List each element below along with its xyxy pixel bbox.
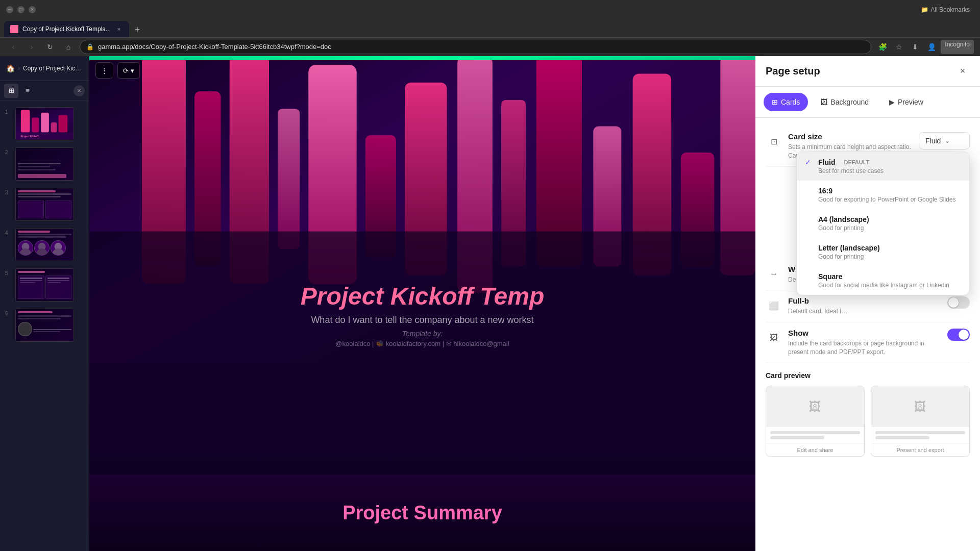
active-tab[interactable]: Copy of Project Kickoff Templa... × <box>4 21 129 37</box>
card-preview-label: Card preview <box>766 371 970 380</box>
sidebar-close-button[interactable]: × <box>74 85 85 96</box>
preview-tab-icon: ▶ <box>889 98 895 106</box>
browser-chrome: − □ × 📁 All Bookmarks Copy of Project Ki… <box>0 0 980 56</box>
show-bg-control <box>947 329 970 341</box>
tab-bar: Copy of Project Kickoff Templa... × + <box>0 19 980 37</box>
preview-line <box>875 436 929 439</box>
tab-preview[interactable]: ▶ Preview <box>881 93 932 111</box>
show-bg-info: Show Include the card backdrops or page … <box>788 329 941 357</box>
maximize-button[interactable]: □ <box>17 6 24 13</box>
slide2-title: Project Summary <box>342 502 502 524</box>
breadcrumb: 🏠 › Copy of Project Kickoff Template <box>6 64 83 72</box>
export-preview-card: 🖼 Present and export <box>871 386 970 457</box>
edit-preview-lines <box>766 427 864 443</box>
show-bg-label: Show <box>788 329 941 337</box>
dropdown-option-16-9[interactable]: ✓ 16:9 Good for exporting to PowerPoint … <box>797 181 969 209</box>
cards-tab-label: Cards <box>781 98 800 106</box>
show-bg-toggle[interactable] <box>947 329 970 341</box>
slide-item[interactable]: 1 Project Kickoff <box>3 105 86 142</box>
export-preview-lines <box>871 427 969 443</box>
card-size-label: Card size <box>788 132 913 141</box>
incognito-badge: Incognito <box>941 40 974 54</box>
svg-text:Project Kickoff: Project Kickoff <box>21 135 39 138</box>
tab-cards[interactable]: ⊞ Cards <box>764 93 808 111</box>
profile-button[interactable]: 👤 <box>924 40 939 54</box>
full-bleed-desc: Default card. Ideal f… <box>788 307 941 316</box>
card-preview-section: Card preview 🖼 Edit and share <box>766 363 970 465</box>
card-size-control: Fluid ⌄ <box>919 132 970 149</box>
full-bleed-toggle[interactable] <box>947 296 970 309</box>
close-window-button[interactable]: × <box>29 6 36 13</box>
preview-tab-label: Preview <box>898 98 923 106</box>
slide-item[interactable]: 4 <box>3 226 86 263</box>
edit-preview-card: 🖼 Edit and share <box>766 386 865 457</box>
slide-item[interactable]: 6 <box>3 307 86 344</box>
lock-icon: 🔒 <box>86 43 94 51</box>
show-bg-icon: 🖼 <box>766 330 782 346</box>
slide-hero: Project Kickoff Temp What do I want to t… <box>89 56 755 363</box>
breadcrumb-title: Copy of Project Kickoff Template <box>23 65 83 72</box>
card-size-dropdown-menu: ✓ Fluid DEFAULT Best for most use cases … <box>796 152 970 295</box>
panel-close-button[interactable]: × <box>955 64 970 79</box>
new-tab-button[interactable]: + <box>130 23 144 37</box>
home-icon[interactable]: 🏠 <box>6 64 15 72</box>
sidebar-header: 🏠 › Copy of Project Kickoff Template <box>0 56 89 81</box>
slide-item[interactable]: 2 <box>3 145 86 183</box>
slide-item[interactable]: 5 <box>3 266 86 304</box>
main-content: ⋮ ⟳ ▾ <box>89 56 755 551</box>
left-sidebar: 🏠 › Copy of Project Kickoff Template ⊞ ≡… <box>0 56 89 551</box>
slide-item[interactable]: 3 <box>3 186 86 223</box>
star-button[interactable]: ☆ <box>892 40 906 54</box>
dropdown-option-a4[interactable]: ✓ A4 (landscape) Good for printing <box>797 209 969 238</box>
back-button[interactable]: ‹ <box>6 40 20 54</box>
background-tab-label: Background <box>830 98 869 106</box>
title-bar: − □ × 📁 All Bookmarks <box>0 0 980 19</box>
sidebar-toolbar: ⊞ ≡ × <box>0 81 89 101</box>
edit-preview-label: Edit and share <box>766 443 864 456</box>
card-size-dropdown[interactable]: Fluid ⌄ <box>919 132 970 149</box>
card-size-icon: ⊡ <box>766 133 782 149</box>
export-preview-img: 🖼 <box>871 386 969 427</box>
tab-favicon <box>10 25 18 33</box>
minimize-button[interactable]: − <box>6 6 13 13</box>
image-icon: 🖼 <box>914 399 926 414</box>
dropdown-option-square[interactable]: ✓ Square Good for social media like Inst… <box>797 266 969 295</box>
dropdown-option-fluid[interactable]: ✓ Fluid DEFAULT Best for most use cases <box>797 152 969 181</box>
home-button[interactable]: ⌂ <box>61 40 76 54</box>
extensions-button[interactable]: 🧩 <box>875 40 890 54</box>
panel-header: Page setup × <box>755 56 980 87</box>
dropdown-option-letter[interactable]: ✓ Letter (landscape) Good for printing <box>797 238 969 266</box>
card-size-setting: ⊡ Card size Sets a minimum card height a… <box>766 126 970 167</box>
toggle-knob <box>948 297 959 308</box>
slide-thumbnail <box>15 268 74 302</box>
grid-view-button[interactable]: ⊞ <box>4 84 18 98</box>
download-button[interactable]: ⬇ <box>908 40 922 54</box>
full-bleed-icon: ⬜ <box>766 297 782 314</box>
address-bar[interactable]: 🔒 gamma.app/docs/Copy-of-Project-Kickoff… <box>80 40 871 54</box>
reload-button[interactable]: ↻ <box>43 40 57 54</box>
check-icon: ✓ <box>805 272 814 281</box>
slide-thumbnail <box>15 309 74 342</box>
tab-background[interactable]: 🖼 Background <box>812 93 877 111</box>
list-view-button[interactable]: ≡ <box>20 84 35 98</box>
tab-close-button[interactable]: × <box>115 25 123 33</box>
cards-tab-icon: ⊞ <box>772 98 778 106</box>
forward-button[interactable]: › <box>24 40 39 54</box>
panel-content: ⊡ Card size Sets a minimum card height a… <box>755 118 980 551</box>
slide2-peek: Project Summary <box>89 474 755 551</box>
window-controls: − □ × <box>6 6 36 13</box>
breadcrumb-separator: › <box>18 65 20 72</box>
top-accent-bar <box>89 56 755 60</box>
card-size-value: Fluid <box>925 137 941 145</box>
check-icon: ✓ <box>805 244 814 252</box>
slide-thumbnail <box>15 147 74 181</box>
nav-bar: ‹ › ↻ ⌂ 🔒 gamma.app/docs/Copy-of-Project… <box>0 37 980 56</box>
app-layout: 🏠 › Copy of Project Kickoff Template ⊞ ≡… <box>0 56 980 551</box>
dropdown-chevron-icon: ⌄ <box>945 137 950 144</box>
tab-title: Copy of Project Kickoff Templa... <box>22 26 111 33</box>
view-toggle-button[interactable]: ⟳ ▾ <box>117 62 140 79</box>
bookmarks-bar: 📁 All Bookmarks <box>917 6 974 13</box>
slide-list: 1 Project Kickoff <box>0 101 89 551</box>
menu-button[interactable]: ⋮ <box>95 62 113 79</box>
preview-line <box>770 436 824 439</box>
